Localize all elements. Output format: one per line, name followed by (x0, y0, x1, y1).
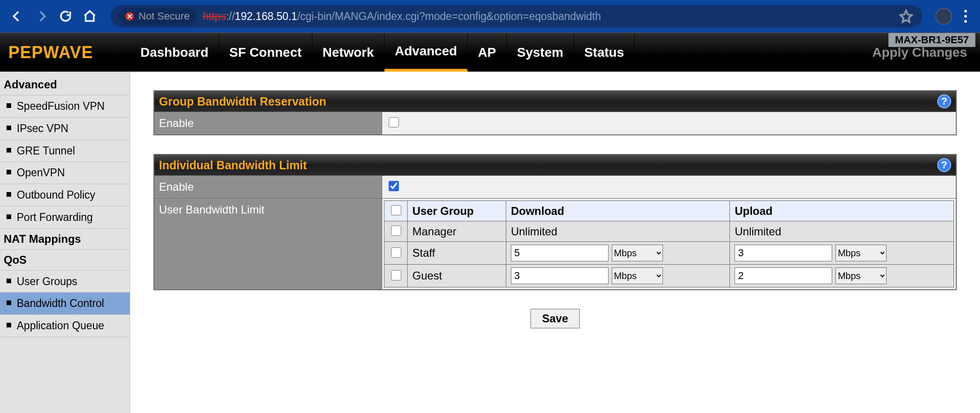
upload-unit-select[interactable]: Mbpskbps (835, 245, 887, 261)
enable-checkbox[interactable] (389, 117, 399, 127)
download-unit-select[interactable]: Mbpskbps (612, 267, 663, 284)
sidebar-item-openvpn[interactable]: OpenVPN (0, 162, 130, 184)
device-id-chip: MAX-BR1-9E57 (888, 33, 975, 47)
sidebar-item-application-queue[interactable]: Application Queue (0, 315, 130, 337)
upload-input[interactable] (735, 245, 832, 261)
col-download: Download (506, 201, 730, 221)
sidebar-item-user-groups[interactable]: User Groups (0, 271, 130, 293)
save-button[interactable]: Save (530, 309, 580, 328)
cell-download: Unlimited (506, 221, 730, 242)
reload-icon[interactable] (58, 8, 73, 24)
table-row: Guest Mbpskbps Mbpskbps (384, 265, 954, 287)
table-row: ManagerUnlimitedUnlimited (384, 221, 954, 242)
bullet-icon (7, 214, 11, 219)
not-secure-label: Not Secure (139, 10, 190, 22)
panel-title-text: Individual Bandwidth Limit (159, 159, 307, 172)
cell-download: Mbpskbps (506, 265, 730, 287)
row-checkbox[interactable] (391, 226, 401, 236)
url-bar[interactable]: Not Secure https://192.168.50.1/cgi-bin/… (111, 5, 922, 27)
enable-value (382, 112, 956, 134)
tab-system[interactable]: System (507, 33, 574, 72)
tab-dashboard[interactable]: Dashboard (130, 33, 219, 72)
cell-download: Mbpskbps (506, 242, 730, 265)
sidebar-heading: QoS (0, 250, 130, 271)
sidebar-item-label: OpenVPN (17, 166, 65, 180)
kebab-menu-icon[interactable] (960, 10, 971, 23)
bullet-icon (7, 300, 11, 305)
home-icon[interactable] (82, 8, 98, 24)
cell-user-group: Manager (408, 221, 506, 242)
tab-status[interactable]: Status (574, 33, 635, 72)
download-unit-select[interactable]: Mbpskbps (612, 245, 663, 261)
upload-input[interactable] (735, 267, 832, 284)
download-input[interactable] (511, 267, 609, 284)
forward-icon[interactable] (33, 8, 49, 24)
sidebar: AdvancedSpeedFusion VPNIPsec VPNGRE Tunn… (0, 72, 130, 413)
browser-chrome: Not Secure https://192.168.50.1/cgi-bin/… (0, 0, 980, 33)
panel-individual-bw-limit: Individual Bandwidth Limit ? Enable User… (153, 154, 957, 290)
sidebar-item-label: SpeedFusion VPN (17, 100, 105, 113)
col-upload: Upload (730, 201, 954, 221)
row-checkbox[interactable] (391, 247, 401, 258)
sidebar-item-outbound-policy[interactable]: Outbound Policy (0, 184, 130, 206)
content-pane: Group Bandwidth Reservation ? Enable Ind… (130, 72, 980, 413)
panel-group-bw-reservation: Group Bandwidth Reservation ? Enable (153, 90, 957, 135)
app-header: MAX-BR1-9E57 PEPWAVE DashboardSF Connect… (0, 33, 980, 72)
sidebar-item-label: Outbound Policy (17, 188, 95, 202)
help-icon[interactable]: ? (937, 158, 951, 172)
cell-upload: Mbpskbps (730, 242, 954, 265)
url-text: https://192.168.50.1/cgi-bin/MANGA/index… (203, 10, 601, 23)
cell-upload: Unlimited (730, 221, 954, 242)
sidebar-item-label: Bandwidth Control (17, 297, 104, 310)
sidebar-item-ipsec-vpn[interactable]: IPsec VPN (0, 118, 130, 140)
brand-logo: PEPWAVE (0, 33, 130, 72)
enable-checkbox[interactable] (389, 181, 399, 191)
bullet-icon (7, 279, 11, 283)
panel-title: Individual Bandwidth Limit ? (154, 155, 956, 175)
bullet-icon (7, 126, 11, 130)
sidebar-item-port-forwarding[interactable]: Port Forwarding (0, 206, 130, 229)
bookmark-star-icon[interactable] (898, 8, 914, 24)
tab-network[interactable]: Network (312, 33, 384, 72)
sidebar-item-label: User Groups (17, 275, 77, 288)
bw-limit-table: User Group Download Upload ManagerUnlimi… (384, 200, 954, 287)
not-secure-badge[interactable]: Not Secure (119, 8, 196, 25)
tab-advanced[interactable]: Advanced (384, 33, 468, 72)
top-nav: DashboardSF ConnectNetworkAdvancedAPSyst… (130, 33, 635, 72)
sidebar-item-label: IPsec VPN (17, 122, 68, 135)
not-secure-icon (126, 12, 134, 20)
panel-title: Group Bandwidth Reservation ? (154, 91, 956, 112)
panel-title-text: Group Bandwidth Reservation (159, 95, 326, 108)
sidebar-item-label: Application Queue (17, 319, 104, 333)
enable-value (382, 176, 956, 198)
sidebar-heading[interactable]: NAT Mappings (0, 229, 130, 250)
bullet-icon (7, 323, 11, 327)
sidebar-item-speedfusion-vpn[interactable]: SpeedFusion VPN (0, 95, 130, 118)
bullet-icon (7, 192, 11, 197)
cell-upload: Mbpskbps (730, 265, 954, 287)
back-icon[interactable] (9, 8, 25, 24)
bullet-icon (7, 103, 11, 108)
help-icon[interactable]: ? (937, 94, 951, 108)
select-all-header (384, 201, 408, 221)
user-bw-limit-value: User Group Download Upload ManagerUnlimi… (382, 199, 956, 289)
sidebar-item-gre-tunnel[interactable]: GRE Tunnel (0, 140, 130, 162)
sidebar-item-label: Port Forwarding (17, 211, 93, 224)
download-input[interactable] (511, 245, 609, 261)
cell-user-group: Guest (408, 265, 506, 287)
select-all-checkbox[interactable] (391, 205, 401, 215)
upload-unit-select[interactable]: Mbpskbps (835, 267, 887, 284)
cell-user-group: Staff (408, 242, 506, 265)
sidebar-item-label: GRE Tunnel (17, 144, 75, 158)
tab-sf-connect[interactable]: SF Connect (219, 33, 312, 72)
bullet-icon (7, 170, 11, 174)
tab-ap[interactable]: AP (468, 33, 507, 72)
profile-avatar-icon[interactable] (935, 8, 952, 25)
row-checkbox[interactable] (391, 270, 401, 280)
user-bw-limit-label: User Bandwidth Limit (154, 199, 382, 289)
enable-label: Enable (154, 176, 382, 198)
col-user-group: User Group (408, 201, 506, 221)
enable-label: Enable (154, 112, 382, 134)
bullet-icon (7, 148, 11, 153)
sidebar-item-bandwidth-control[interactable]: Bandwidth Control (0, 293, 130, 315)
